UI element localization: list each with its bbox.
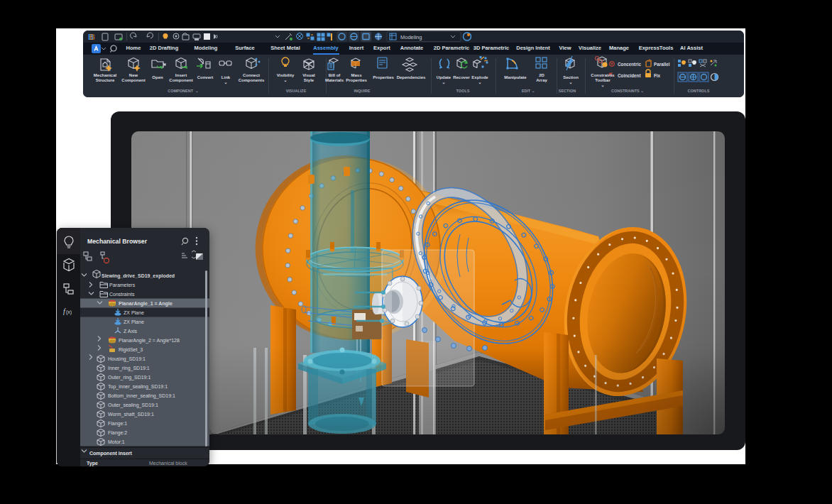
svg-text:Parallel: Parallel [654, 62, 670, 67]
svg-text:RigidSet_3: RigidSet_3 [119, 347, 143, 353]
svg-text:ZX Plane: ZX Plane [124, 310, 144, 315]
svg-text:Outer_ring_SD19:1: Outer_ring_SD19:1 [108, 375, 150, 380]
svg-text:Z Axis: Z Axis [124, 329, 138, 334]
svg-text:Parameters: Parameters [109, 283, 136, 287]
svg-text:Flange:2: Flange:2 [108, 430, 127, 436]
svg-text:ZX Plane: ZX Plane [124, 319, 144, 324]
svg-text:Type: Type [87, 461, 98, 466]
svg-text:PlanarAngle_1 = Angle: PlanarAngle_1 = Angle [119, 301, 173, 307]
svg-text:Bottom_inner_sealing_SD19:1: Bottom_inner_sealing_SD19:1 [108, 393, 175, 399]
svg-text:Flange:1: Flange:1 [108, 421, 127, 427]
svg-text:Worm_shaft_SD19:1: Worm_shaft_SD19:1 [108, 412, 154, 417]
svg-text:Slewing_drive_SD19_exploded: Slewing_drive_SD19_exploded [102, 273, 175, 279]
svg-text:Outer_sealing_SD19:1: Outer_sealing_SD19:1 [108, 402, 158, 408]
svg-text:Mechanical block: Mechanical block [149, 461, 187, 466]
svg-text:Inner_ring_SD19:1: Inner_ring_SD19:1 [108, 366, 150, 371]
svg-text:PlanarAngle_2 = Angle*128: PlanarAngle_2 = Angle*128 [119, 338, 180, 344]
svg-text:Motor:1: Motor:1 [108, 439, 125, 444]
svg-text:Constraints: Constraints [109, 292, 135, 297]
svg-text:B: B [89, 33, 95, 41]
svg-text:(x): (x) [66, 309, 72, 315]
svg-text:Concentric: Concentric [618, 62, 641, 67]
svg-text:Fix: Fix [654, 73, 661, 78]
svg-text:Mechanical Browser: Mechanical Browser [87, 238, 148, 245]
svg-text:Component insert: Component insert [89, 451, 133, 456]
svg-text:Housing_SD19:1: Housing_SD19:1 [108, 356, 146, 362]
svg-text:Modeling: Modeling [400, 34, 422, 40]
svg-text:Top_inner_sealing_SD19:1: Top_inner_sealing_SD19:1 [108, 384, 168, 390]
svg-text:Coincident: Coincident [618, 73, 641, 78]
